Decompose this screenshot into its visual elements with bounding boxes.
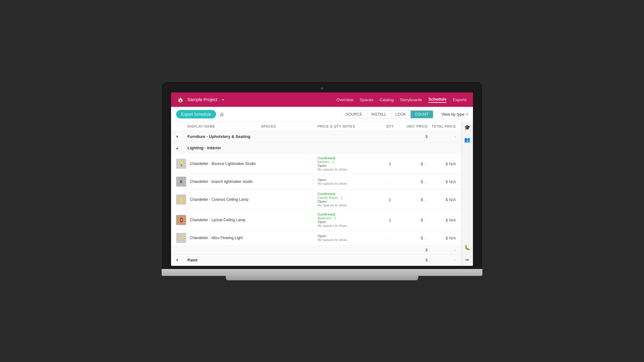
col-total-price: Total Price <box>428 124 456 128</box>
laptop-camera <box>321 87 323 90</box>
item-spaces-bounce: Confirmed: Kitchen : 1 Open: No spaces t… <box>318 156 380 171</box>
logout-icon[interactable]: ➡ <box>465 257 469 263</box>
item-spaces-cosmos: Confirmed: Family Room : 1 Open: No spac… <box>318 192 380 207</box>
item-spaces-mizu: Open: No spaces to show <box>318 234 380 242</box>
item-spaces-branch: Open: No spaces to show <box>318 178 380 185</box>
item-unit-branch: $ ... <box>399 179 428 184</box>
top-nav: 🏠 Sample Project ▾ Overview Spaces Catal… <box>171 92 473 107</box>
table-row: 🏮 Chandelier - Lyrical Ceiling Lamp Conf… <box>171 210 461 230</box>
view-by-type-dropdown[interactable]: View by type ▾ <box>441 112 468 117</box>
item-unit-bounce: $ ... <box>399 162 428 166</box>
laptop-base <box>162 269 482 276</box>
col-thumb <box>176 124 187 128</box>
right-sidebar: 🎓 👥 🐛 ➡ <box>461 121 473 266</box>
item-qty-cosmos: 1 <box>380 197 399 202</box>
item-name-lyrical: Chandelier - Lyrical Ceiling Lamp <box>187 218 261 222</box>
tab-count[interactable]: COUNT <box>411 111 433 118</box>
graduation-cap-icon[interactable]: 🎓 <box>464 124 470 130</box>
item-total-bounce: $ N/A <box>428 162 456 166</box>
nav-catalog[interactable]: Catalog <box>380 97 394 102</box>
lighting-subtotal-dollar: $ <box>399 248 428 252</box>
schedule-table: Display Name Spaces Price & Qty Notes Qt… <box>171 122 473 266</box>
category-lighting: ▴ Lighting - Interior <box>171 142 461 154</box>
table-row: 🌟 Chandelier - Cosmos Ceiling Lamp Confi… <box>171 189 461 210</box>
lighting-category-label: Lighting - Interior <box>187 145 261 150</box>
laptop-stand <box>226 276 418 280</box>
item-thumb-cosmos: 🌟 <box>176 195 186 205</box>
view-by-type-chevron-icon: ▾ <box>466 112 468 116</box>
item-thumb-mizu: ✨ <box>176 233 186 243</box>
item-qty-lyrical: 1 <box>380 218 399 222</box>
nav-links: Overview Spaces Catalog Storyboards Sche… <box>336 97 467 103</box>
furniture-chevron-icon[interactable]: ▾ <box>176 134 187 139</box>
furniture-dollar: $ <box>399 134 428 139</box>
furniture-dash: - <box>428 134 456 139</box>
users-icon[interactable]: 👥 <box>464 137 470 143</box>
col-display-name: Display Name <box>187 124 261 128</box>
project-dropdown-icon[interactable]: ▾ <box>222 98 224 101</box>
print-button[interactable]: 🖨 <box>219 112 224 117</box>
col-spaces: Spaces <box>261 124 318 128</box>
tab-source[interactable]: SOURCE <box>341 111 367 118</box>
item-qty-mizu: - <box>380 236 399 240</box>
paint-chevron-icon[interactable]: ▾ <box>176 258 187 262</box>
item-total-lyrical: $ N/A <box>428 218 456 222</box>
table-row: 🕯 Chandelier - branch lightmaker studio … <box>171 174 461 189</box>
tab-look[interactable]: LOOK <box>391 111 411 118</box>
item-name-mizu: Chandelier - Mizu Flowing Light <box>187 236 261 240</box>
item-total-cosmos: $ N/A <box>428 197 456 202</box>
item-thumb-lyrical: 🏮 <box>176 215 186 225</box>
project-name: Sample Project <box>187 97 217 102</box>
item-name-branch: Chandelier - branch lightmaker studio <box>187 179 261 184</box>
category-furniture: ▾ Furniture - Upholstery & Seating $ - <box>171 131 461 142</box>
item-total-branch: $ N/A <box>428 179 456 184</box>
col-unit-price: Unit Price <box>399 124 428 128</box>
lighting-subtotal-dash: - <box>428 248 456 252</box>
item-unit-lyrical: $ ... <box>399 218 428 222</box>
item-unit-mizu: $ ... <box>399 236 428 240</box>
item-name-bounce: Chandelier - Bounce Lightmaker Studio <box>187 162 261 166</box>
nav-storyboards[interactable]: Storyboards <box>400 97 422 102</box>
furniture-category-label: Furniture - Upholstery & Seating <box>187 134 261 139</box>
item-qty-bounce: 1 <box>380 162 399 166</box>
table-header: Display Name Spaces Price & Qty Notes Qt… <box>171 122 461 131</box>
item-thumb-bounce: 💡 <box>176 159 186 169</box>
view-by-type-label: View by type <box>441 112 464 117</box>
paint-dollar: $ <box>399 258 428 262</box>
nav-spaces[interactable]: Spaces <box>360 97 373 102</box>
col-price-notes: Price & Qty Notes <box>318 124 380 128</box>
toolbar: Export Schedule 🖨 SOURCE INSTALL LOOK CO… <box>171 107 473 122</box>
item-total-mizu: $ N/A <box>428 236 456 240</box>
item-qty-branch: - <box>380 179 399 184</box>
nav-overview[interactable]: Overview <box>336 97 353 102</box>
col-qty: Qty <box>380 124 399 128</box>
export-schedule-button[interactable]: Export Schedule <box>176 110 216 118</box>
tab-group: SOURCE INSTALL LOOK COUNT <box>341 110 433 118</box>
item-unit-cosmos: $ ... <box>399 197 428 202</box>
item-thumb-branch: 🕯 <box>176 177 186 187</box>
lighting-subtotal-row: $ - <box>171 246 461 255</box>
paint-dash: - <box>428 258 456 262</box>
bug-icon[interactable]: 🐛 <box>464 244 470 250</box>
item-name-cosmos: Chandelier - Cosmos Ceiling Lamp <box>187 197 261 202</box>
nav-schedule[interactable]: Schedule <box>428 97 447 103</box>
paint-category-label: Paint <box>187 258 261 262</box>
category-paint: ▾ Paint $ - <box>171 255 461 266</box>
home-icon[interactable]: 🏠 <box>177 97 184 103</box>
table-row: ✨ Chandelier - Mizu Flowing Light Open: … <box>171 230 461 246</box>
tab-install[interactable]: INSTALL <box>367 111 391 118</box>
table-row: 💡 Chandelier - Bounce Lightmaker Studio … <box>171 154 461 174</box>
lighting-chevron-icon[interactable]: ▴ <box>176 145 187 150</box>
item-spaces-lyrical: Confirmed: Bedroom : 1 Open: No spaces t… <box>318 212 380 228</box>
nav-exports[interactable]: Exports <box>453 97 467 102</box>
